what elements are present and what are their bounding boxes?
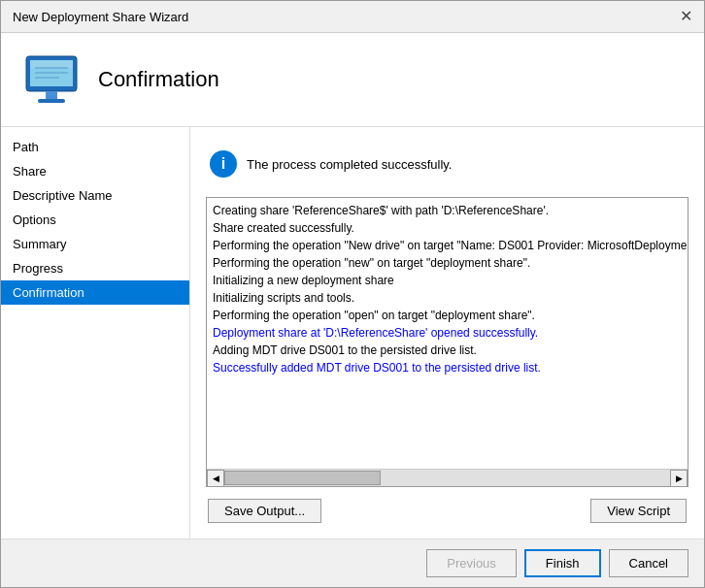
log-area: Creating share 'ReferenceShare$' with pa… bbox=[206, 197, 688, 487]
sidebar-item-descriptive-name[interactable]: Descriptive Name bbox=[1, 183, 189, 208]
dialog-title: New Deployment Share Wizard bbox=[13, 10, 188, 24]
sidebar-item-share[interactable]: Share bbox=[1, 159, 189, 183]
sidebar-item-summary[interactable]: Summary bbox=[1, 232, 189, 256]
main-content: i The process completed successfully. Cr… bbox=[190, 127, 704, 539]
success-message: The process completed successfully. bbox=[247, 157, 452, 172]
scroll-right-button[interactable]: ▶ bbox=[670, 470, 688, 487]
scroll-thumb[interactable] bbox=[224, 471, 381, 485]
save-output-button[interactable]: Save Output... bbox=[208, 499, 321, 523]
sidebar-item-options[interactable]: Options bbox=[1, 208, 189, 232]
sidebar-item-path[interactable]: Path bbox=[1, 135, 189, 159]
sidebar: Path Share Descriptive Name Options Summ… bbox=[1, 127, 190, 539]
success-banner: i The process completed successfully. bbox=[206, 143, 688, 185]
dialog: New Deployment Share Wizard ✕ Conf bbox=[0, 0, 705, 588]
svg-rect-3 bbox=[46, 91, 57, 99]
header: Confirmation bbox=[1, 33, 704, 127]
scroll-track[interactable] bbox=[224, 470, 670, 486]
svg-rect-2 bbox=[30, 60, 73, 68]
sidebar-item-progress[interactable]: Progress bbox=[1, 256, 189, 280]
page-title: Confirmation bbox=[98, 67, 219, 92]
previous-button[interactable]: Previous bbox=[426, 549, 517, 577]
info-icon: i bbox=[210, 150, 237, 178]
title-bar: New Deployment Share Wizard ✕ bbox=[1, 1, 704, 33]
content-area: Path Share Descriptive Name Options Summ… bbox=[1, 127, 704, 539]
close-button[interactable]: ✕ bbox=[680, 9, 692, 24]
log-buttons: Save Output... View Script bbox=[206, 499, 688, 523]
scroll-left-button[interactable]: ◀ bbox=[207, 470, 224, 487]
cancel-button[interactable]: Cancel bbox=[609, 549, 688, 577]
horizontal-scrollbar[interactable]: ◀ ▶ bbox=[207, 469, 688, 486]
view-script-button[interactable]: View Script bbox=[590, 499, 687, 523]
log-content[interactable]: Creating share 'ReferenceShare$' with pa… bbox=[207, 198, 688, 469]
finish-button[interactable]: Finish bbox=[524, 549, 601, 577]
footer: Previous Finish Cancel bbox=[1, 539, 704, 587]
svg-rect-4 bbox=[38, 99, 65, 103]
sidebar-item-confirmation[interactable]: Confirmation bbox=[1, 280, 189, 305]
wizard-icon bbox=[20, 49, 83, 111]
